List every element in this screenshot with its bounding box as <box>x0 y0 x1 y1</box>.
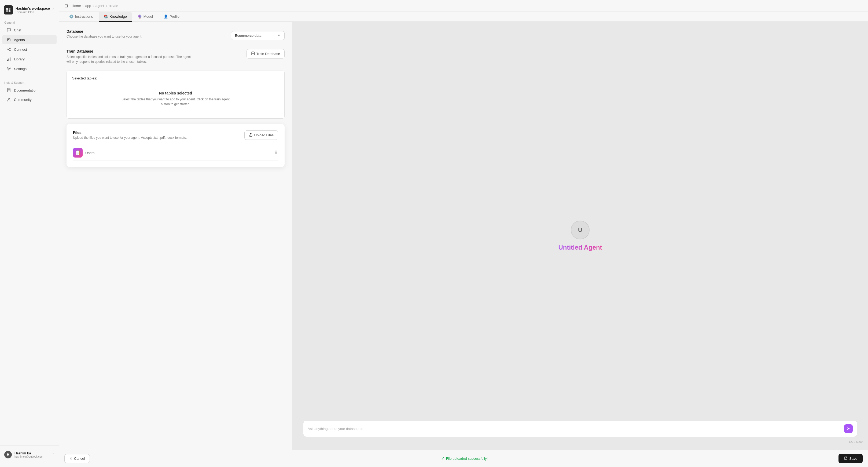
sidebar-item-library[interactable]: Library <box>2 55 57 64</box>
selected-tables-label: Selected tables: <box>72 76 279 80</box>
page-area: Database Choose the database you want to… <box>59 22 868 450</box>
sidebar-item-agents[interactable]: Agents <box>2 35 57 44</box>
chat-input-placeholder[interactable]: Ask anything about your datasource <box>308 427 844 431</box>
sidebar-item-agents-label: Agents <box>14 38 25 42</box>
save-button[interactable]: Save <box>838 454 863 463</box>
database-desc: Choose the database you want to use for … <box>66 35 142 38</box>
documentation-icon <box>6 88 11 93</box>
user-left: H Hashim Ea hashimea@outlook.com <box>4 451 43 459</box>
agents-icon <box>6 37 11 42</box>
sidebar-item-chat[interactable]: Chat <box>2 26 57 35</box>
preview-panel: U Untitled Agent Ask anything about your… <box>292 22 868 450</box>
tab-instructions[interactable]: ⚙️ Instructions <box>64 12 98 22</box>
tabs-bar: ⚙️ Instructions 📚 Knowledge 🔮 Model 👤 Pr… <box>59 12 868 22</box>
train-db-row: Train Database Select specific tables an… <box>66 49 285 67</box>
file-name: Users <box>85 151 94 155</box>
breadcrumb-sep-3: › <box>106 4 107 8</box>
breadcrumb-home[interactable]: Home <box>72 4 81 8</box>
agent-avatar: U <box>571 221 590 239</box>
settings-icon <box>6 66 11 71</box>
sidebar-item-documentation-label: Documentation <box>14 88 37 92</box>
svg-rect-1 <box>8 8 10 10</box>
file-item: 📋 Users <box>73 145 278 160</box>
file-item-left: 📋 Users <box>73 148 94 157</box>
workspace-name: Hashim's workspace <box>16 6 50 10</box>
svg-rect-3 <box>8 10 10 12</box>
svg-rect-2 <box>6 10 8 12</box>
svg-rect-0 <box>6 8 8 10</box>
database-select[interactable]: Ecommerce data ▼ <box>231 31 285 40</box>
no-tables-state: No tables selected Select the tables tha… <box>72 85 279 113</box>
tab-knowledge[interactable]: 📚 Knowledge <box>99 12 131 22</box>
general-section-label: General <box>0 19 59 25</box>
send-button[interactable] <box>844 424 853 433</box>
user-chevron-icon[interactable]: ⌃ <box>52 453 55 457</box>
train-db-desc: Select specific tables and columns to tr… <box>66 55 195 64</box>
sidebar-item-settings[interactable]: Settings <box>2 64 57 73</box>
success-check-icon: ✓ <box>441 456 444 461</box>
sidebar-item-documentation[interactable]: Documentation <box>2 86 57 95</box>
no-tables-desc: Select the tables that you want to add t… <box>72 97 279 107</box>
help-section-label: Help & Support <box>0 79 59 85</box>
database-row: Database Choose the database you want to… <box>66 29 285 41</box>
tab-model-icon: 🔮 <box>137 14 142 19</box>
tab-model[interactable]: 🔮 Model <box>133 12 158 22</box>
tab-model-label: Model <box>144 14 153 19</box>
upload-icon <box>249 133 253 138</box>
breadcrumb-create: create <box>108 4 118 8</box>
train-database-button[interactable]: Train Database <box>247 49 285 59</box>
chat-input-area: Ask anything about your datasource <box>303 420 857 437</box>
user-info: H Hashim Ea hashimea@outlook.com ⌃ <box>2 449 57 461</box>
save-label: Save <box>849 457 857 461</box>
breadcrumb-sep-1: › <box>83 4 84 8</box>
sidebar-item-chat-label: Chat <box>14 28 21 32</box>
workspace-chevron-icon[interactable]: ⌃ <box>52 8 55 12</box>
user-name: Hashim Ea <box>14 451 43 455</box>
chat-area: Ask anything about your datasource 127 /… <box>298 439 863 443</box>
save-icon <box>844 456 848 461</box>
sidebar-item-community[interactable]: Community <box>2 95 57 104</box>
sidebar-item-settings-label: Settings <box>14 67 27 71</box>
files-title: Files <box>73 130 187 135</box>
delete-file-icon[interactable] <box>274 150 278 155</box>
tab-knowledge-icon: 📚 <box>103 14 108 19</box>
selected-tables-box: Selected tables: No tables selected Sele… <box>66 70 285 119</box>
workspace-logo <box>4 5 13 14</box>
train-db-btn-label: Train Database <box>256 52 280 56</box>
files-header: Files Upload the files you want to use f… <box>73 130 278 140</box>
avatar: H <box>4 451 12 459</box>
main-content: ⊟ Home › app › agent › create ⚙️ Instruc… <box>59 0 868 467</box>
breadcrumb-app[interactable]: app <box>85 4 91 8</box>
train-db-title: Train Database <box>66 49 247 53</box>
sidebar-item-connect-label: Connect <box>14 48 27 52</box>
success-message: ✓ File uploaded successfully! <box>441 456 488 461</box>
svg-rect-11 <box>10 57 10 61</box>
user-email: hashimea@outlook.com <box>14 455 43 458</box>
tab-profile[interactable]: 👤 Profile <box>159 12 184 22</box>
svg-point-6 <box>7 49 8 50</box>
train-db-btn-icon <box>251 52 255 56</box>
agent-name-preview: Untitled Agent <box>558 244 602 251</box>
files-desc: Upload the files you want to use for you… <box>73 136 187 140</box>
svg-point-12 <box>8 68 10 69</box>
svg-point-5 <box>8 39 9 40</box>
chat-icon <box>6 28 11 32</box>
upload-files-button[interactable]: Upload Files <box>244 130 278 140</box>
cancel-button[interactable]: ✕ Cancel <box>64 454 90 463</box>
agent-preview-card: U Untitled Agent <box>558 221 602 251</box>
bottom-bar: ✕ Cancel ✓ File uploaded successfully! S… <box>59 450 868 467</box>
breadcrumb-agent[interactable]: agent <box>95 4 104 8</box>
file-icon: 📋 <box>73 148 83 157</box>
svg-point-14 <box>8 98 10 99</box>
sidebar-toggle-icon[interactable]: ⊟ <box>64 3 68 8</box>
sidebar-item-connect[interactable]: Connect <box>2 45 57 54</box>
files-card: Files Upload the files you want to use f… <box>66 124 285 167</box>
svg-point-7 <box>9 48 10 49</box>
no-tables-title: No tables selected <box>72 91 279 95</box>
cancel-x-icon: ✕ <box>69 457 72 461</box>
tab-instructions-label: Instructions <box>75 14 93 19</box>
sidebar: Hashim's workspace Premium Plan ⌃ Genera… <box>0 0 59 467</box>
workspace-text: Hashim's workspace Premium Plan <box>16 6 50 14</box>
sidebar-bottom: H Hashim Ea hashimea@outlook.com ⌃ <box>0 445 59 464</box>
sidebar-item-community-label: Community <box>14 98 32 102</box>
